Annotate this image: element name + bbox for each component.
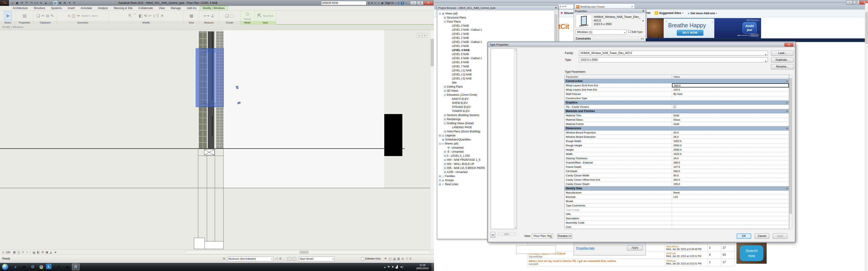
taskbar-revit-icon[interactable]: R — [72, 264, 80, 270]
collapse-chevron-icon[interactable]: ∧ — [786, 187, 788, 190]
taskbar-explorer-icon[interactable]: ▤ — [20, 264, 28, 270]
edit-type-button[interactable]: Edit Type — [628, 30, 645, 35]
parameter-value[interactable] — [672, 216, 789, 221]
favorites-suggested-sites[interactable]: bSuggested Sites▾ — [655, 11, 683, 15]
design-option-icon[interactable] — [287, 257, 291, 261]
preview-2d-button[interactable]: 2D — [490, 232, 495, 238]
create-similar-icon[interactable]: ⬚ — [230, 13, 234, 18]
parameter-value[interactable]: ✓ — [672, 105, 789, 109]
editable-only-checkbox[interactable] — [361, 257, 364, 260]
reveal-hidden-icon[interactable]: ▣ — [45, 250, 48, 254]
preview-view-select[interactable]: Floor Plan: Ref. Leve▼ — [532, 234, 553, 238]
ribbon-panel-label[interactable]: Geometry — [57, 21, 109, 25]
tree-item[interactable]: Floor Plans — [438, 20, 554, 24]
trim-icon[interactable]: ⊢ — [149, 13, 152, 18]
angle-icon[interactable]: ∠ — [211, 13, 214, 18]
ribbon-panel-label[interactable]: Clipboard — [33, 21, 57, 25]
paint-icon[interactable]: ✑ — [76, 13, 80, 18]
parameter-value[interactable]: By host — [672, 92, 789, 96]
expand-icon[interactable]: ◄ — [54, 250, 57, 254]
collapse-chevron-icon[interactable]: ∧ — [786, 110, 788, 112]
expand-icon[interactable] — [439, 175, 441, 177]
search-icon[interactable]: ⚲ — [368, 1, 371, 5]
expand-icon[interactable] — [439, 183, 441, 185]
taskbar-autocad-icon[interactable]: A — [55, 264, 62, 270]
tab-systems[interactable]: Systems — [48, 6, 64, 10]
parameter-value[interactable]: 127.5 — [672, 165, 789, 169]
parameter-value[interactable]: Revit — [672, 191, 789, 195]
search-ad[interactable]: Searchnow — [737, 242, 767, 264]
drawing-canvas[interactable]: ⇅ ⇄ ◎ ⊕ — [0, 30, 434, 249]
taskbar-ie-icon[interactable]: e — [12, 264, 20, 270]
parameter-value[interactable]: 25.0 — [672, 135, 789, 139]
save-icon[interactable]: ▣ — [15, 1, 19, 5]
constraints-section-header[interactable]: Constraints∧∧ — [575, 36, 645, 41]
view-icon[interactable]: ▦ — [189, 13, 193, 18]
tab-architecture[interactable]: Architecture — [10, 6, 31, 10]
align-icon[interactable]: ⇱ — [128, 13, 132, 18]
default-3d-view-icon[interactable]: ⬙ — [44, 1, 48, 5]
family-select[interactable]: HHMcK_Window_NAB_Tower_Elev_402.5▼ — [579, 50, 768, 56]
ribbon-text-join[interactable]: Join ▾ — [91, 14, 98, 18]
cut-icon[interactable]: ✂ — [41, 13, 45, 18]
parameter-value[interactable] — [672, 199, 789, 203]
shadows-icon[interactable]: ◑ — [26, 250, 28, 254]
favorites-course-fragment[interactable]: rse — [646, 11, 651, 14]
collapse-icon[interactable] — [439, 143, 441, 145]
parameter-value[interactable] — [672, 208, 789, 212]
dimension-icon[interactable]: ⟷ — [34, 1, 38, 5]
parameter-value[interactable] — [672, 96, 789, 100]
delete-icon[interactable]: ✕ — [160, 13, 164, 18]
collapse-icon[interactable] — [439, 13, 441, 15]
sign-in-button[interactable]: Sign In — [385, 1, 394, 4]
type-selector-dropdown-icon[interactable]: ▼ — [642, 20, 644, 22]
show-desktop-button[interactable] — [432, 263, 434, 271]
collapse-chevron-icon[interactable]: ∧ — [786, 101, 788, 104]
tab-close-icon[interactable]: ✕ — [631, 5, 633, 8]
tab-modify-windows[interactable]: Modify | Windows — [200, 6, 228, 10]
expand-icon[interactable] — [444, 167, 446, 169]
collapse-icon[interactable] — [444, 94, 446, 96]
close-icon[interactable]: ✕ — [555, 6, 557, 9]
favorites-get-addons[interactable]: eGet more Add-ons▾ — [688, 11, 717, 15]
ok-button[interactable]: OK — [737, 234, 751, 239]
parameter-value[interactable]: 1022.5 — [672, 152, 789, 156]
qat-dropdown-icon[interactable]: ▾ — [68, 1, 72, 5]
expand-icon[interactable] — [444, 159, 446, 161]
ribbon-panel-label[interactable]: Modify — [109, 21, 183, 25]
copy-icon[interactable]: ⧉ — [46, 13, 49, 18]
search-now-button[interactable]: Searchnow — [740, 245, 763, 261]
preview-pane-hscrollbar[interactable] — [498, 233, 516, 236]
expand-icon[interactable] — [444, 86, 446, 88]
dialog-titlebar[interactable]: Type Properties X — [488, 42, 795, 47]
subscription-icon[interactable]: ✦ — [371, 1, 374, 5]
tray-expand-icon[interactable]: ▴ — [384, 265, 385, 269]
text-icon[interactable]: A — [39, 1, 43, 5]
ribbon-panel-label[interactable]: Mode — [241, 21, 254, 25]
parameter-value[interactable]: 260.0 — [672, 169, 789, 173]
show-crop-icon[interactable]: ⬓ — [33, 250, 35, 254]
pick-new-host-icon[interactable]: ⇱ — [257, 13, 262, 18]
section-header-materials-and-finishes[interactable]: Materials and Finishes∧ — [565, 109, 789, 113]
canvas-vertical-scrollbar[interactable] — [430, 30, 434, 249]
tray-network-icon[interactable]: ▟ — [396, 265, 398, 269]
tab-insert[interactable]: Insert — [65, 6, 77, 10]
relinquish-icon[interactable]: ◫ — [389, 257, 391, 260]
editing-requests-icon[interactable]: ◪ — [393, 257, 396, 260]
workset-select[interactable]: Workset1 (Not Editable)▾ — [227, 257, 274, 261]
expand-icon[interactable] — [444, 17, 446, 19]
forum-topic-link[interactable]: when i turn on my room's interior fill, … — [529, 260, 663, 263]
crop-view-icon[interactable]: ◔ — [29, 250, 31, 254]
collapse-icon[interactable] — [444, 123, 446, 125]
tree-item[interactable]: ▣Views (all) — [438, 11, 554, 15]
page-scrollbar[interactable] — [865, 3, 868, 271]
warnings-icon[interactable]: ▦ — [397, 257, 400, 260]
duplicate-button[interactable]: Duplicate... — [771, 57, 794, 63]
detail-level-icon[interactable]: ▦ — [13, 250, 16, 254]
checkbox-checked[interactable]: ✓ — [673, 105, 676, 108]
ie-minimize-button[interactable]: ─ — [846, 0, 853, 4]
project-browser-titlebar[interactable]: Project Browser - HMcK_KCL_NAB_Central_k… — [437, 6, 558, 10]
tree-item[interactable]: LEVEL 2 NAB — [438, 36, 554, 40]
forum-last-poster[interactable]: WWHub — [666, 260, 706, 262]
section-header-graphics[interactable]: Graphics∧ — [565, 101, 789, 105]
